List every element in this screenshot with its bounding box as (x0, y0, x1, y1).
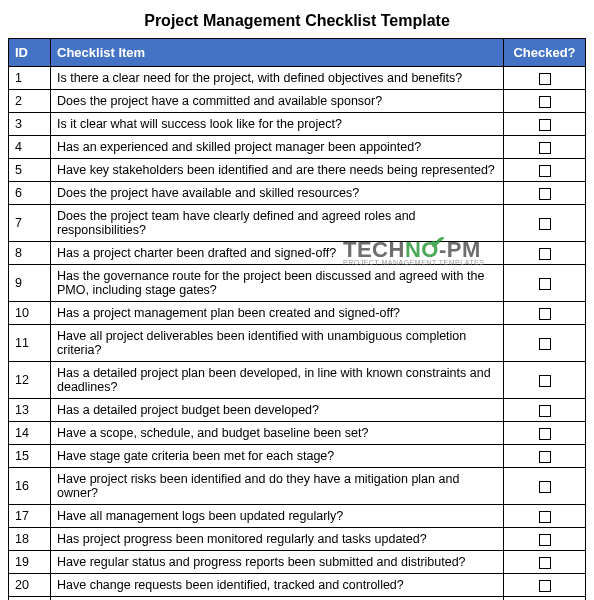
row-item: Has an experienced and skilled project m… (51, 136, 504, 159)
row-checkbox-cell (504, 422, 586, 445)
checkbox-icon[interactable] (539, 248, 551, 260)
row-id: 19 (9, 551, 51, 574)
row-checkbox-cell (504, 302, 586, 325)
checklist-table: ID Checklist Item Checked? 1Is there a c… (8, 38, 586, 600)
row-item: Have all management logs been updated re… (51, 505, 504, 528)
row-item: Have project risks been identified and d… (51, 468, 504, 505)
checkbox-icon[interactable] (539, 73, 551, 85)
row-id: 16 (9, 468, 51, 505)
row-id: 1 (9, 67, 51, 90)
table-row: 9Has the governance route for the projec… (9, 265, 586, 302)
row-id: 11 (9, 325, 51, 362)
row-id: 10 (9, 302, 51, 325)
checkbox-icon[interactable] (539, 534, 551, 546)
row-id: 21 (9, 597, 51, 601)
checkbox-icon[interactable] (539, 375, 551, 387)
row-item: Has a project charter been drafted and s… (51, 242, 504, 265)
row-checkbox-cell (504, 136, 586, 159)
row-item: Have key stakeholders been identified an… (51, 159, 504, 182)
row-id: 2 (9, 90, 51, 113)
row-item: Have regular status and progress reports… (51, 551, 504, 574)
row-item: Has a detailed project plan been develop… (51, 362, 504, 399)
checkbox-icon[interactable] (539, 580, 551, 592)
row-id: 9 (9, 265, 51, 302)
table-row: 7Does the project team have clearly defi… (9, 205, 586, 242)
row-id: 14 (9, 422, 51, 445)
row-id: 6 (9, 182, 51, 205)
row-item: Has a project management plan been creat… (51, 302, 504, 325)
row-checkbox-cell (504, 159, 586, 182)
row-id: 20 (9, 574, 51, 597)
checkbox-icon[interactable] (539, 338, 551, 350)
row-checkbox-cell (504, 113, 586, 136)
checkbox-icon[interactable] (539, 511, 551, 523)
checkbox-icon[interactable] (539, 188, 551, 200)
row-id: 5 (9, 159, 51, 182)
row-checkbox-cell (504, 505, 586, 528)
table-row: 12Has a detailed project plan been devel… (9, 362, 586, 399)
table-row: 10Has a project management plan been cre… (9, 302, 586, 325)
row-item: Have stage gate criteria been met for ea… (51, 445, 504, 468)
row-item: Have a scope, schedule, and budget basel… (51, 422, 504, 445)
table-header-row: ID Checklist Item Checked? (9, 39, 586, 67)
row-id: 7 (9, 205, 51, 242)
row-item: Have all deliverables been completed and… (51, 597, 504, 601)
row-checkbox-cell (504, 399, 586, 422)
row-id: 3 (9, 113, 51, 136)
page-title: Project Management Checklist Template (8, 12, 586, 30)
row-checkbox-cell (504, 551, 586, 574)
table-row: 3Is it clear what will success look like… (9, 113, 586, 136)
checkbox-icon[interactable] (539, 451, 551, 463)
row-checkbox-cell (504, 265, 586, 302)
row-checkbox-cell (504, 445, 586, 468)
checkbox-icon[interactable] (539, 142, 551, 154)
table-row: 6Does the project have available and ski… (9, 182, 586, 205)
row-id: 13 (9, 399, 51, 422)
col-id-header: ID (9, 39, 51, 67)
row-item: Has a detailed project budget been devel… (51, 399, 504, 422)
checkbox-icon[interactable] (539, 165, 551, 177)
row-checkbox-cell (504, 597, 586, 601)
table-row: 16Have project risks been identified and… (9, 468, 586, 505)
row-item: Is there a clear need for the project, w… (51, 67, 504, 90)
checkbox-icon[interactable] (539, 96, 551, 108)
checkbox-icon[interactable] (539, 481, 551, 493)
table-row: 4Has an experienced and skilled project … (9, 136, 586, 159)
checkbox-icon[interactable] (539, 278, 551, 290)
row-item: Does the project have available and skil… (51, 182, 504, 205)
row-item: Has project progress been monitored regu… (51, 528, 504, 551)
table-row: 20Have change requests been identified, … (9, 574, 586, 597)
row-checkbox-cell (504, 182, 586, 205)
row-item: Does the project have a committed and av… (51, 90, 504, 113)
row-item: Has the governance route for the project… (51, 265, 504, 302)
row-checkbox-cell (504, 67, 586, 90)
checkbox-icon[interactable] (539, 428, 551, 440)
table-row: 5Have key stakeholders been identified a… (9, 159, 586, 182)
checkbox-icon[interactable] (539, 308, 551, 320)
table-row: 2Does the project have a committed and a… (9, 90, 586, 113)
row-checkbox-cell (504, 90, 586, 113)
row-id: 18 (9, 528, 51, 551)
table-row: 17Have all management logs been updated … (9, 505, 586, 528)
row-checkbox-cell (504, 528, 586, 551)
row-item: Is it clear what will success look like … (51, 113, 504, 136)
row-checkbox-cell (504, 205, 586, 242)
row-item: Have all project deliverables been ident… (51, 325, 504, 362)
table-row: 18Has project progress been monitored re… (9, 528, 586, 551)
row-checkbox-cell (504, 325, 586, 362)
checkbox-icon[interactable] (539, 218, 551, 230)
checkbox-icon[interactable] (539, 405, 551, 417)
row-item: Have change requests been identified, tr… (51, 574, 504, 597)
table-row: 19Have regular status and progress repor… (9, 551, 586, 574)
row-id: 4 (9, 136, 51, 159)
row-checkbox-cell (504, 468, 586, 505)
row-item: Does the project team have clearly defin… (51, 205, 504, 242)
row-id: 17 (9, 505, 51, 528)
row-id: 12 (9, 362, 51, 399)
col-checked-header: Checked? (504, 39, 586, 67)
table-row: 14Have a scope, schedule, and budget bas… (9, 422, 586, 445)
checkbox-icon[interactable] (539, 557, 551, 569)
checkbox-icon[interactable] (539, 119, 551, 131)
row-checkbox-cell (504, 574, 586, 597)
row-checkbox-cell (504, 362, 586, 399)
